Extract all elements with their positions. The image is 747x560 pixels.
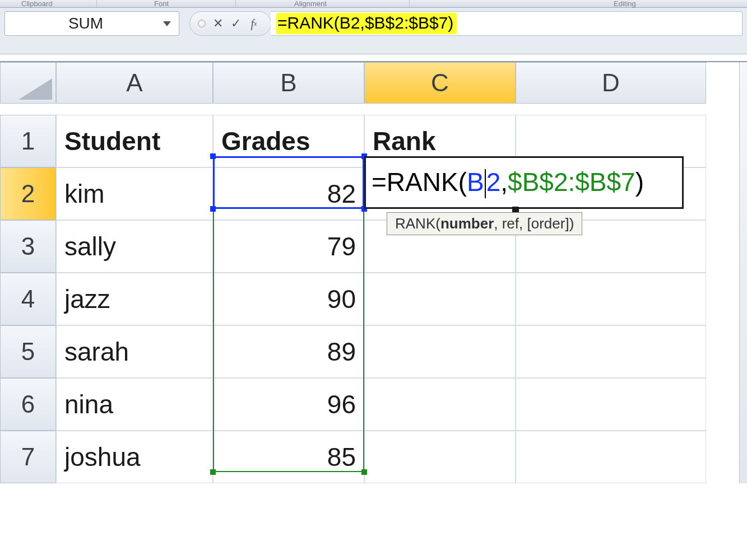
column-header-B[interactable]: B <box>213 62 364 104</box>
cell-D5[interactable] <box>516 325 706 378</box>
cell-C7[interactable] <box>364 431 516 483</box>
cell-A4[interactable]: jazz <box>56 273 213 325</box>
cell-D4[interactable] <box>516 273 706 325</box>
range-handle-icon <box>210 469 216 475</box>
ribbon-group-alignment: Alignment <box>294 0 327 8</box>
ribbon-groups-strip: Clipboard Font Alignment Editing <box>0 0 747 8</box>
cell-D6[interactable] <box>516 378 706 431</box>
cell-B1[interactable]: Grades <box>213 115 364 167</box>
enter-button[interactable]: ✓ <box>227 16 245 31</box>
cell-C5[interactable] <box>364 325 516 378</box>
formula-controls: ✕ ✓ fx <box>189 11 271 36</box>
cell-C4[interactable] <box>364 273 516 325</box>
ribbon-group-clipboard: Clipboard <box>21 0 53 8</box>
range-handle-icon <box>361 469 367 475</box>
cell-editor-text: =RANK(B2,$B$2:$B$7) <box>372 167 644 199</box>
insert-function-button[interactable]: fx <box>245 17 263 30</box>
ribbon-group-font: Font <box>154 0 169 8</box>
row-header-2[interactable]: 2 <box>0 167 56 220</box>
cell-editor[interactable]: =RANK(B2,$B$2:$B$7) <box>364 156 684 209</box>
cell-A5[interactable]: sarah <box>56 325 213 378</box>
tooltip-fn: RANK( <box>395 215 440 232</box>
column-header-A[interactable]: A <box>56 62 213 104</box>
cell-A7[interactable]: joshua <box>56 431 213 483</box>
row-header-5[interactable]: 5 <box>0 325 56 378</box>
cell-B3[interactable]: 79 <box>213 220 364 273</box>
tooltip-current-arg: number <box>440 215 494 232</box>
range-handle-icon <box>210 153 216 159</box>
formula-status-icon <box>198 20 206 27</box>
formula-input[interactable]: =RANK(B2,$B$2:$B$7) <box>271 11 743 36</box>
cell-B2[interactable]: 82 <box>213 167 364 220</box>
ribbon-group-editing: Editing <box>614 0 636 8</box>
vertical-scrollbar[interactable] <box>739 62 747 483</box>
function-tooltip[interactable]: RANK(number, ref, [order]) <box>387 212 582 235</box>
name-box-value: SUM <box>11 15 161 32</box>
row-header-4[interactable]: 4 <box>0 273 56 325</box>
cell-A2[interactable]: kim <box>56 167 213 220</box>
row-header-7[interactable]: 7 <box>0 431 56 483</box>
cancel-button[interactable]: ✕ <box>209 16 227 31</box>
name-box-dropdown[interactable] <box>161 12 173 35</box>
cell-B4[interactable]: 90 <box>213 273 364 325</box>
cell-C6[interactable] <box>364 378 516 431</box>
formula-bar: SUM ✕ ✓ fx =RANK(B2,$B$2:$B$7) <box>0 8 747 54</box>
cell-A1[interactable]: Student <box>56 115 213 167</box>
row-header-6[interactable]: 6 <box>0 378 56 431</box>
cell-B5[interactable]: 89 <box>213 325 364 378</box>
row-header-1[interactable]: 1 <box>0 115 56 167</box>
cell-D7[interactable] <box>516 431 706 483</box>
spreadsheet[interactable]: A B C D 1 Student Grades Rank 2 kim 82 3… <box>0 61 747 483</box>
row-header-3[interactable]: 3 <box>0 220 56 273</box>
cell-B6[interactable]: 96 <box>213 378 364 431</box>
select-all-corner[interactable] <box>0 62 56 104</box>
cell-B7[interactable]: 85 <box>213 431 364 483</box>
tooltip-rest: , ref, [order]) <box>494 215 574 232</box>
column-header-C[interactable]: C <box>364 62 516 104</box>
name-box[interactable]: SUM <box>4 11 179 36</box>
cell-A3[interactable]: sally <box>56 220 213 273</box>
column-header-D[interactable]: D <box>516 62 706 104</box>
formula-text: =RANK(B2,$B$2:$B$7) <box>276 13 457 34</box>
cell-A6[interactable]: nina <box>56 378 213 431</box>
